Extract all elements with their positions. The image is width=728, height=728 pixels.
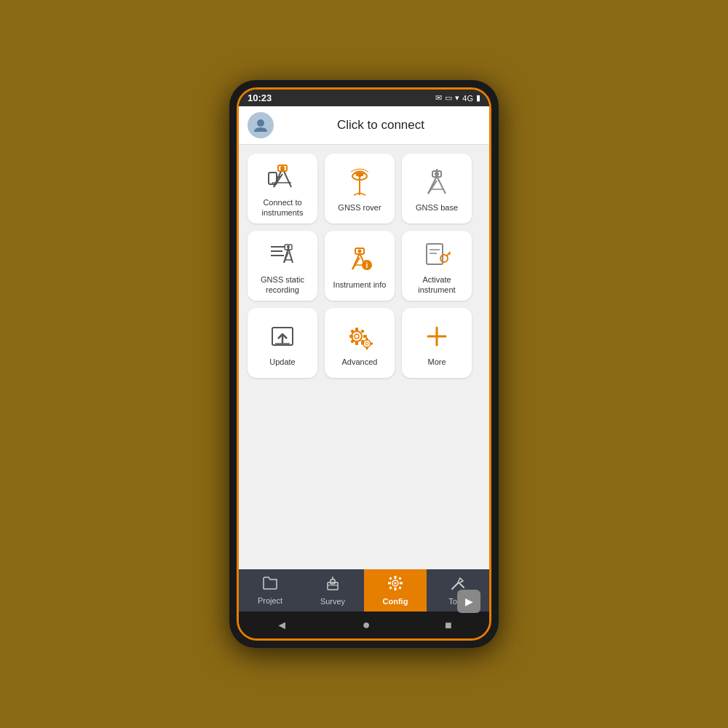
gnss-base-icon bbox=[421, 166, 453, 198]
svg-point-52 bbox=[355, 334, 359, 339]
gnss-static-button[interactable]: GNSS staticrecording bbox=[248, 231, 317, 301]
status-time: 10:23 bbox=[248, 92, 272, 103]
svg-point-0 bbox=[257, 119, 264, 127]
message-icon: ✉ bbox=[435, 93, 442, 103]
play-button[interactable]: ▶ bbox=[457, 590, 480, 613]
svg-rect-82 bbox=[398, 586, 401, 589]
grid-row-3: Update bbox=[248, 308, 480, 378]
svg-rect-66 bbox=[370, 342, 373, 344]
svg-rect-77 bbox=[388, 582, 391, 585]
svg-rect-53 bbox=[355, 328, 358, 331]
update-icon bbox=[266, 320, 298, 352]
grid-row-1: Connect toinstruments bbox=[248, 154, 480, 223]
svg-point-74 bbox=[395, 582, 397, 585]
app-header: Click to connect bbox=[239, 106, 489, 145]
battery-icon: ▮ bbox=[476, 93, 480, 103]
svg-point-32 bbox=[287, 245, 290, 248]
gnss-static-icon bbox=[266, 238, 298, 270]
gnss-static-label: GNSS staticrecording bbox=[261, 274, 304, 296]
connect-instruments-label: Connect toinstruments bbox=[262, 197, 304, 218]
svg-rect-76 bbox=[395, 587, 397, 590]
svg-line-85 bbox=[459, 582, 462, 586]
recents-button[interactable]: ■ bbox=[445, 619, 452, 632]
svg-line-15 bbox=[354, 193, 360, 195]
gnss-base-label: GNSS base bbox=[416, 202, 458, 213]
svg-rect-80 bbox=[398, 577, 401, 579]
phone-screen: 10:23 ✉ ▭ ▾ 4G ▮ Click to connect bbox=[237, 87, 491, 641]
wifi-icon: ▾ bbox=[455, 93, 459, 103]
nav-config-label: Config bbox=[383, 597, 408, 606]
svg-rect-41 bbox=[427, 244, 443, 264]
android-nav: ◄ ● ■ bbox=[239, 612, 489, 638]
user-avatar[interactable] bbox=[248, 112, 274, 138]
network-icon: 4G bbox=[462, 94, 473, 103]
signal-icon: ▭ bbox=[445, 93, 452, 103]
update-button[interactable]: Update bbox=[248, 308, 317, 378]
svg-rect-54 bbox=[355, 341, 358, 345]
svg-point-38 bbox=[358, 249, 362, 253]
nav-survey-label: Survey bbox=[320, 597, 345, 606]
svg-rect-78 bbox=[400, 582, 403, 585]
gnss-rover-label: GNSS rover bbox=[338, 202, 381, 213]
header-title: Click to connect bbox=[281, 118, 480, 132]
svg-rect-55 bbox=[349, 335, 353, 338]
connect-instruments-button[interactable]: Connect toinstruments bbox=[248, 154, 317, 223]
more-icon bbox=[421, 320, 453, 352]
nav-survey[interactable]: Survey bbox=[301, 569, 364, 612]
more-button[interactable]: More bbox=[402, 308, 472, 378]
svg-rect-65 bbox=[361, 342, 364, 344]
svg-point-14 bbox=[358, 175, 361, 178]
svg-line-35 bbox=[352, 258, 360, 269]
nav-project-label: Project bbox=[258, 596, 282, 605]
gnss-rover-button[interactable]: GNSS rover bbox=[325, 154, 395, 223]
gear-icon bbox=[387, 575, 403, 595]
survey-icon bbox=[325, 575, 341, 595]
activate-instrument-label: Activateinstrument bbox=[418, 274, 455, 296]
status-bar: 10:23 ✉ ▭ ▾ 4G ▮ bbox=[239, 90, 489, 106]
svg-text:i: i bbox=[366, 261, 368, 269]
app-content: Connect toinstruments bbox=[239, 145, 489, 569]
advanced-label: Advanced bbox=[342, 357, 378, 367]
instrument-info-button[interactable]: i Instrument info bbox=[325, 231, 395, 301]
advanced-button[interactable]: Advanced bbox=[325, 308, 395, 378]
connect-instruments-icon bbox=[266, 161, 298, 193]
back-button[interactable]: ◄ bbox=[276, 619, 288, 632]
update-label: Update bbox=[269, 357, 295, 367]
gnss-rover-icon bbox=[344, 166, 376, 198]
status-icons: ✉ ▭ ▾ 4G ▮ bbox=[435, 93, 480, 103]
activate-instrument-icon bbox=[421, 238, 453, 270]
svg-line-19 bbox=[428, 181, 437, 194]
instrument-info-icon: i bbox=[344, 243, 376, 275]
svg-point-62 bbox=[365, 342, 368, 345]
home-button[interactable]: ● bbox=[363, 617, 371, 633]
svg-point-8 bbox=[272, 182, 274, 183]
instrument-info-label: Instrument info bbox=[333, 280, 387, 290]
svg-rect-75 bbox=[395, 576, 397, 579]
svg-rect-81 bbox=[389, 586, 392, 589]
svg-line-16 bbox=[360, 193, 365, 195]
svg-point-22 bbox=[435, 172, 439, 176]
more-label: More bbox=[427, 357, 446, 367]
svg-rect-63 bbox=[366, 338, 368, 341]
svg-line-18 bbox=[437, 176, 446, 194]
folder-icon bbox=[262, 576, 278, 594]
activate-instrument-button[interactable]: Activateinstrument bbox=[402, 231, 472, 301]
svg-rect-70 bbox=[331, 579, 335, 584]
phone-device: 10:23 ✉ ▭ ▾ 4G ▮ Click to connect bbox=[229, 80, 499, 648]
svg-line-28 bbox=[288, 248, 293, 263]
svg-point-61 bbox=[363, 340, 371, 347]
advanced-icon bbox=[344, 320, 376, 352]
gnss-base-button[interactable]: GNSS base bbox=[402, 154, 472, 223]
svg-rect-56 bbox=[363, 335, 367, 338]
grid-row-2: GNSS staticrecording bbox=[248, 231, 480, 301]
svg-point-51 bbox=[352, 331, 362, 341]
nav-project[interactable]: Project bbox=[239, 569, 301, 612]
svg-rect-79 bbox=[389, 577, 392, 579]
nav-config[interactable]: Config bbox=[364, 569, 427, 612]
bottom-nav: Project Survey bbox=[239, 569, 489, 612]
svg-point-6 bbox=[280, 166, 285, 170]
svg-rect-64 bbox=[366, 347, 368, 349]
